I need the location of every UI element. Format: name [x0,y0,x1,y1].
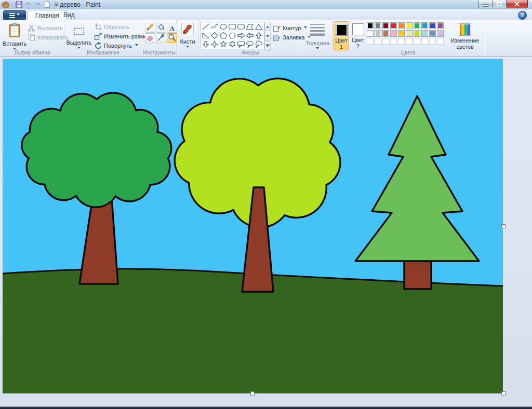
palette-empty-slot[interactable] [390,38,397,45]
undo-button[interactable] [24,1,32,8]
color2-label: Цвет 2 [351,37,365,49]
palette-empty-slot[interactable] [437,38,444,45]
eraser-tool[interactable] [145,33,155,43]
palette-color-light-turquoise[interactable] [421,30,428,37]
palette-color-gray-25[interactable] [375,30,381,37]
shape-polygon[interactable] [246,22,255,31]
canvas-resize-handle-bottom[interactable] [250,391,255,396]
shapes-scroll-up-button[interactable] [264,22,271,31]
color1-swatch [336,24,348,36]
palette-color-rose[interactable] [390,30,397,37]
shape-star-4[interactable] [210,40,219,49]
canvas-resize-handle-corner[interactable] [501,391,506,396]
help-button[interactable]: ? [518,11,527,20]
pencil-tool[interactable] [145,23,155,33]
palette-color-blue-gray[interactable] [429,30,436,37]
paint-canvas[interactable] [3,59,503,393]
canvas-resize-handle-right[interactable] [501,224,506,228]
text-tool[interactable]: A [167,23,177,33]
palette-color-red[interactable] [390,22,397,29]
edit-colors-button[interactable]: Изменение цветов [448,21,482,50]
palette-empty-slot[interactable] [414,38,420,45]
minimize-button[interactable] [478,0,493,8]
crop-button[interactable]: Обрезать [92,22,142,32]
shape-rectangle[interactable] [228,22,237,31]
brush-icon [181,23,194,37]
palette-empty-slot[interactable] [367,38,374,45]
shape-star-5[interactable] [219,40,228,49]
shape-ellipse[interactable] [219,22,228,31]
tab-view[interactable]: Вид [56,10,82,20]
magnifier-tool[interactable] [167,33,177,43]
color2-button[interactable]: Цвет 2 [350,21,366,50]
palette-color-gold[interactable] [398,30,405,37]
qat-customize-dropdown[interactable] [52,1,60,8]
brushes-button[interactable]: Кисти [178,21,197,49]
palette-empty-slot[interactable] [406,38,413,45]
paste-button[interactable]: Вставить [3,21,26,51]
shape-callout-rounded[interactable] [237,40,246,49]
save-button[interactable] [15,1,23,8]
palette-color-gray-50[interactable] [375,22,381,29]
maximize-button[interactable] [493,0,507,8]
shape-outline-button[interactable]: Контур [271,23,302,33]
palette-empty-slot[interactable] [398,38,405,45]
palette-color-purple[interactable] [437,22,444,29]
shape-callout-cloud[interactable] [255,40,263,49]
shape-diamond[interactable] [210,31,219,40]
fill-with-color-tool[interactable] [156,23,166,33]
paint-app-icon [2,1,9,8]
shape-right-triangle[interactable] [202,31,210,40]
group-label-colors: Цвета [332,50,484,56]
color1-button[interactable]: Цвет 1 [334,21,349,50]
palette-color-brown[interactable] [382,30,389,37]
palette-color-lime[interactable] [414,30,420,37]
shape-callout-oval[interactable] [246,40,255,49]
redo-button[interactable] [34,1,42,8]
file-menu-button[interactable] [3,10,26,20]
group-brushes: Кисти [177,20,198,56]
palette-color-yellow[interactable] [406,22,413,29]
shape-arrow-left[interactable] [246,31,255,40]
palette-color-dark-red[interactable] [382,22,389,29]
shape-triangle[interactable] [255,22,263,31]
size-button[interactable]: Толщина [305,21,329,51]
shape-fill-icon [273,33,281,42]
tools-grid: A [145,23,177,43]
pencil-icon [146,23,154,33]
select-button[interactable]: Выделить [66,21,92,50]
shape-fill-button[interactable]: Заливка [271,33,302,42]
shape-rounded-rectangle[interactable] [237,22,246,31]
palette-empty-slot[interactable] [375,38,381,45]
palette-empty-slot[interactable] [421,38,428,45]
shape-pentagon[interactable] [219,31,228,40]
palette-empty-slot[interactable] [429,38,436,45]
shape-curve[interactable] [210,22,219,31]
palette-color-turquoise[interactable] [421,22,428,29]
shape-arrow-down[interactable] [202,40,210,49]
palette-color-white[interactable] [367,30,374,37]
color1-label: Цвет 1 [334,37,349,50]
palette-color-black[interactable] [367,22,374,29]
close-button[interactable] [507,0,528,8]
palette-color-lavender[interactable] [437,30,444,37]
file-menu-caret-icon [17,13,20,17]
shape-arrow-up[interactable] [255,31,263,40]
color-picker-tool[interactable] [156,33,166,43]
rotate-button[interactable]: Повернуть [92,41,142,50]
palette-color-orange[interactable] [398,22,405,29]
resize-button[interactable]: Изменить размер [92,32,142,41]
shape-hexagon[interactable] [228,31,237,40]
palette-color-light-yellow[interactable] [406,30,413,37]
group-shapes: Контур Заливка Фигуры [198,20,302,56]
shape-star-6[interactable] [228,40,237,49]
shape-arrow-right[interactable] [237,31,246,40]
palette-color-green[interactable] [414,22,420,29]
new-document-button[interactable] [43,1,51,8]
palette-empty-slot[interactable] [382,38,389,45]
cut-button[interactable]: Вырезать [26,23,63,33]
palette-color-indigo[interactable] [429,22,436,29]
shape-line[interactable] [202,22,210,31]
shapes-scroll-down-button[interactable] [264,32,271,41]
copy-button[interactable]: Копировать [26,33,63,42]
